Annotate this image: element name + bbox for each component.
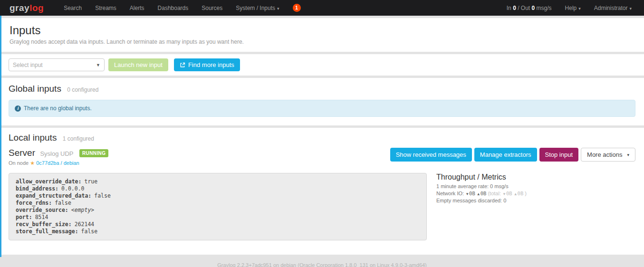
config-row: port8514 xyxy=(16,214,420,221)
config-row: expand_structured_datafalse xyxy=(16,192,420,200)
network-up-value: 0B xyxy=(481,191,487,196)
input-type: Syslog UDP xyxy=(40,150,73,157)
select-input-dropdown[interactable]: Select input ▼ xyxy=(9,58,105,71)
no-global-inputs-text: There are no global inputs. xyxy=(24,105,92,112)
chevron-down-icon: ▾ xyxy=(277,6,279,11)
network-total: (total: ▼0B ▲0B ) xyxy=(488,191,527,196)
nav-item-search[interactable]: Search xyxy=(57,5,88,11)
input-identity: Server Syslog UDP RUNNING On node ★ 0c77… xyxy=(9,148,108,166)
page-subtitle: Graylog nodes accept data via inputs. La… xyxy=(10,38,634,45)
config-value: false xyxy=(81,228,98,235)
more-actions-label: More actions xyxy=(587,151,622,158)
config-row: bind_address0.0.0.0 xyxy=(16,185,420,192)
config-row: force_rdnsfalse xyxy=(16,200,420,207)
node-line: On node ★ 0c77d2ba / debian xyxy=(9,160,108,166)
metric-network-line: Network IO: ▼0B ▲0B (total: ▼0B ▲0B ) xyxy=(436,191,527,196)
local-inputs-count: 1 configured xyxy=(63,135,94,142)
config-value: 0.0.0.0 xyxy=(61,185,84,192)
graylog-logo[interactable]: graylog xyxy=(10,3,44,13)
input-actions: Show received messages Manage extractors… xyxy=(390,148,635,162)
find-more-inputs-button[interactable]: Find more inputs xyxy=(174,58,240,71)
config-row: recv_buffer_size262144 xyxy=(16,221,420,228)
stop-input-button[interactable]: Stop input xyxy=(539,148,579,162)
launch-new-input-button[interactable]: Launch new input xyxy=(108,58,168,71)
arrow-up-icon: ▲ xyxy=(477,192,481,196)
navbar-right: In 0 / Out 0 msg/s Help▾ Administrator▾ xyxy=(500,5,638,11)
node-link[interactable]: 0c77d2ba / debian xyxy=(36,160,79,166)
main-nav: Search Streams Alerts Dashboards Sources… xyxy=(57,5,286,11)
config-key: port xyxy=(16,214,32,220)
input-name: Server xyxy=(9,148,35,158)
nav-item-dashboards[interactable]: Dashboards xyxy=(151,5,195,11)
input-launcher-block: Select input ▼ Launch new input Find mor… xyxy=(0,54,644,76)
network-io-label: Network IO: xyxy=(436,191,464,196)
throughput-unit: msg/s xyxy=(537,5,552,11)
nav-item-alerts[interactable]: Alerts xyxy=(123,5,151,11)
throughput-metrics: Throughput / Metrics 1 minute average ra… xyxy=(436,173,527,240)
no-global-inputs-alert: i There are no global inputs. xyxy=(9,100,635,117)
config-key: allow_override_date xyxy=(16,178,82,185)
find-more-inputs-label: Find more inputs xyxy=(188,61,234,68)
config-value: 8514 xyxy=(35,214,48,220)
global-inputs-title: Global inputs xyxy=(9,84,61,94)
arrow-down-icon: ▼ xyxy=(502,192,506,196)
arrow-down-icon: ▼ xyxy=(465,192,469,196)
config-row: override_source<empty> xyxy=(16,207,420,214)
config-value: 262144 xyxy=(75,221,95,228)
config-value: true xyxy=(85,178,98,185)
user-label: Administrator xyxy=(594,5,628,11)
throughput-out-label: / Out xyxy=(518,5,530,11)
metric-empty-line: Empty messages discarded: 0 xyxy=(436,198,527,203)
nav-item-sources[interactable]: Sources xyxy=(195,5,229,11)
star-icon[interactable]: ★ xyxy=(30,160,35,166)
top-navbar: graylog Search Streams Alerts Dashboards… xyxy=(0,0,644,16)
throughput-out-value: 0 xyxy=(532,5,535,11)
nav-item-system-inputs[interactable]: System / Inputs▾ xyxy=(229,5,286,11)
metrics-title: Throughput / Metrics xyxy=(436,173,527,181)
total-label: total: xyxy=(490,191,501,196)
manage-extractors-button[interactable]: Manage extractors xyxy=(474,148,537,162)
input-config-box: allow_override_datetrue bind_address0.0.… xyxy=(9,173,427,240)
notification-badge[interactable]: 1 xyxy=(293,4,301,12)
local-inputs-title: Local inputs xyxy=(9,133,57,143)
local-inputs-block: Local inputs 1 configured Server Syslog … xyxy=(0,128,644,255)
config-key: force_rdns xyxy=(16,200,52,206)
footer-version-text: Graylog 2.2.3+7adc951 on debian (Oracle … xyxy=(0,255,644,267)
window-edge-accent xyxy=(0,16,1,257)
arrow-up-icon: ▲ xyxy=(514,192,518,196)
total-up-value: 0B xyxy=(518,191,524,196)
global-throughput: In 0 / Out 0 msg/s xyxy=(500,5,558,11)
status-badge: RUNNING xyxy=(79,149,108,157)
network-down-value: 0B xyxy=(469,191,475,196)
config-key: override_source xyxy=(16,207,68,213)
nav-item-user-menu[interactable]: Administrator▾ xyxy=(587,5,638,11)
metric-rate-line: 1 minute average rate: 0 msg/s xyxy=(436,183,527,189)
input-detail-row: allow_override_datetrue bind_address0.0.… xyxy=(9,173,635,240)
total-down-value: 0B xyxy=(506,191,512,196)
paren-close: ) xyxy=(525,191,527,196)
config-key: expand_structured_data xyxy=(16,192,91,199)
chevron-down-icon: ▾ xyxy=(578,6,581,11)
page-title: Inputs xyxy=(10,24,634,37)
nav-item-streams[interactable]: Streams xyxy=(88,5,123,11)
nav-item-help[interactable]: Help▾ xyxy=(558,5,587,11)
config-row: store_full_messagefalse xyxy=(16,228,420,235)
chevron-down-icon: ▾ xyxy=(629,6,632,11)
more-actions-button[interactable]: More actions ▾ xyxy=(581,148,635,162)
logo-text-log: log xyxy=(29,3,44,13)
config-value: <empty> xyxy=(71,207,94,213)
global-inputs-count: 0 configured xyxy=(67,86,98,93)
page-header-block: Inputs Graylog nodes accept data via inp… xyxy=(0,18,644,52)
node-prefix: On node xyxy=(9,160,29,166)
chevron-down-icon: ▼ xyxy=(96,63,100,67)
select-input-placeholder: Select input xyxy=(13,62,43,68)
info-icon: i xyxy=(15,105,21,112)
nav-item-system-inputs-label: System / Inputs xyxy=(236,5,275,11)
external-link-icon xyxy=(180,62,185,68)
config-value: false xyxy=(55,200,71,206)
show-received-messages-button[interactable]: Show received messages xyxy=(390,148,472,162)
help-label: Help xyxy=(565,5,577,11)
throughput-in-label: In xyxy=(507,5,511,11)
config-row: allow_override_datetrue xyxy=(16,178,420,185)
chevron-down-icon: ▾ xyxy=(627,153,629,157)
